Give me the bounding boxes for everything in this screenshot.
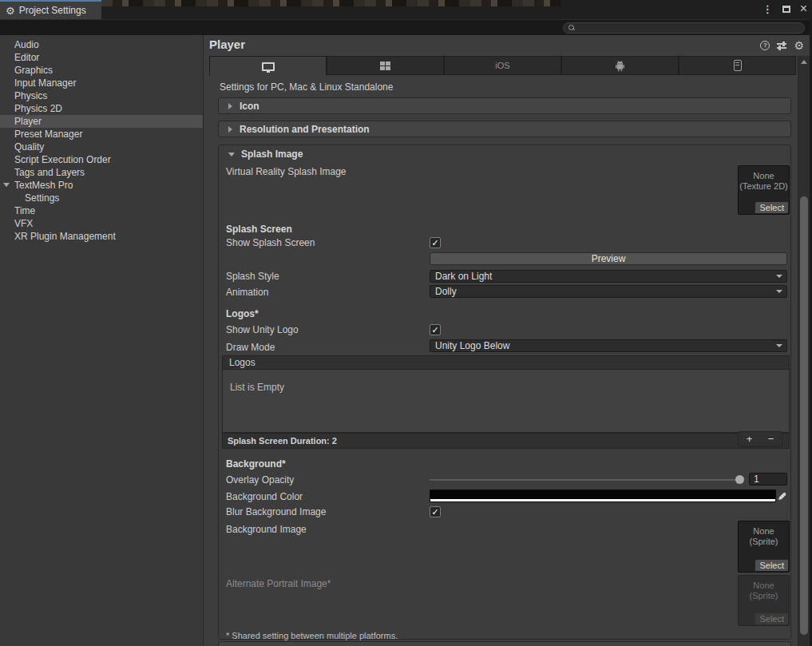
search-input[interactable]	[563, 22, 805, 34]
tab-standalone[interactable]	[209, 56, 327, 76]
tab-title: Project Settings	[19, 5, 86, 16]
sidebar-item-label: Player	[14, 116, 42, 127]
background-image-label: Background Image	[226, 524, 307, 535]
foldout-expanded-icon[interactable]	[3, 183, 10, 187]
sidebar-item-player[interactable]: Player	[0, 115, 203, 128]
foldout-expanded-icon	[228, 153, 235, 157]
kebab-menu-icon[interactable]: ⋮	[762, 3, 773, 15]
sidebar-item-input-manager[interactable]: Input Manager	[0, 77, 203, 89]
gear-icon[interactable]: ⚙	[794, 40, 804, 51]
sidebar-item-physics-2d[interactable]: Physics 2D	[0, 102, 203, 115]
project-settings-tab[interactable]: ⚙ Project Settings	[0, 0, 101, 19]
sidebar-item-preset-manager[interactable]: Preset Manager	[0, 128, 203, 141]
overlay-opacity-slider[interactable]	[430, 479, 740, 481]
sidebar-item-graphics[interactable]: Graphics	[0, 64, 203, 77]
sidebar-item-label: Input Manager	[14, 77, 76, 89]
overlay-opacity-label: Overlay Opacity	[226, 474, 294, 485]
logos-group-label: Logos*	[226, 308, 259, 319]
show-splash-label: Show Splash Screen	[226, 237, 315, 248]
sidebar-item-tags-and-layers[interactable]: Tags and Layers	[0, 166, 203, 179]
background-color-swatch[interactable]	[430, 489, 776, 502]
select-button[interactable]: Select	[755, 560, 788, 571]
sidebar-item-label: VFX	[14, 218, 33, 229]
sidebar-item-xr-plugin-management[interactable]: XR Plugin Management	[0, 230, 203, 243]
tab-tvos[interactable]	[679, 56, 796, 75]
dropdown-value: Dolly	[435, 286, 457, 297]
chevron-down-icon	[776, 275, 782, 278]
sidebar-item-vfx[interactable]: VFX	[0, 217, 203, 230]
sidebar-item-label: Quality	[14, 141, 44, 153]
section-splash-image: Splash Image Virtual Reality Splash Imag…	[218, 145, 791, 640]
sidebar-item-label: Physics 2D	[14, 103, 62, 114]
android-icon	[614, 60, 626, 72]
preview-button[interactable]: Preview	[430, 252, 787, 265]
logos-list: Logos List is Empty Splash Screen Durati…	[222, 355, 790, 449]
close-icon[interactable]: ×	[800, 2, 807, 15]
splash-duration-label: Splash Screen Duration: 2	[228, 436, 337, 446]
sidebar-item-script-execution-order[interactable]: Script Execution Order	[0, 153, 203, 166]
sidebar-item-label: Tags and Layers	[14, 167, 85, 178]
sidebar-item-editor[interactable]: Editor	[0, 51, 203, 64]
sidebar-item-label: Time	[14, 205, 35, 216]
add-logo-button[interactable]: +	[747, 432, 753, 446]
scroll-up-arrow-icon[interactable]	[801, 60, 807, 64]
object-none-line1: None	[739, 171, 789, 181]
sidebar-item-time[interactable]: Time	[0, 204, 203, 217]
select-button[interactable]: Select	[755, 202, 788, 213]
section-label: Splash Image	[241, 149, 303, 160]
foldout-collapsed-icon	[228, 103, 232, 109]
presets-icon[interactable]	[777, 42, 786, 50]
background-image-object-field[interactable]: None (Sprite) Select	[738, 521, 790, 573]
draw-mode-dropdown[interactable]: Unity Logo Below	[430, 339, 787, 352]
logos-list-body[interactable]	[222, 370, 790, 433]
show-splash-checkbox[interactable]: ✓	[430, 237, 441, 248]
animation-label: Animation	[226, 287, 268, 298]
splash-style-label: Splash Style	[226, 271, 279, 282]
sidebar-item-label: Preset Manager	[14, 129, 82, 140]
object-none-line2: (Sprite)	[739, 537, 789, 547]
toolbar	[0, 19, 812, 35]
monitor-icon	[262, 62, 275, 71]
draw-mode-label: Draw Mode	[226, 342, 275, 353]
animation-dropdown[interactable]: Dolly	[430, 285, 787, 298]
eyedropper-icon[interactable]	[778, 491, 787, 501]
dropdown-value: Dark on Light	[435, 271, 492, 282]
sidebar-item-label: Graphics	[14, 65, 53, 76]
remove-logo-button[interactable]: −	[768, 432, 774, 446]
chevron-down-icon	[776, 344, 782, 347]
overlay-opacity-value[interactable]: 1	[749, 473, 787, 485]
background-group-label: Background*	[226, 458, 286, 470]
logos-list-header: Logos	[222, 355, 790, 370]
settings-sidebar: Audio Editor Graphics Input Manager Phys…	[0, 35, 204, 646]
slider-thumb[interactable]	[735, 475, 744, 484]
splash-style-dropdown[interactable]: Dark on Light	[430, 270, 787, 283]
tab-windows[interactable]	[327, 56, 444, 75]
scrollbar-thumb[interactable]	[800, 196, 808, 635]
sidebar-item-physics[interactable]: Physics	[0, 89, 203, 102]
logos-list-empty-text: List is Empty	[230, 382, 284, 393]
vr-splash-object-field[interactable]: None (Texture 2D) Select	[738, 165, 790, 215]
help-icon[interactable]: ?	[760, 41, 770, 50]
vertical-scrollbar[interactable]	[798, 56, 810, 646]
maximize-icon[interactable]	[782, 6, 790, 13]
sidebar-item-audio[interactable]: Audio	[0, 38, 203, 51]
sidebar-item-label: Script Execution Order	[14, 154, 111, 165]
sidebar-item-quality[interactable]: Quality	[0, 141, 203, 153]
next-section-bar[interactable]	[218, 641, 791, 646]
blur-background-label: Blur Background Image	[226, 506, 326, 517]
tab-android[interactable]	[561, 56, 679, 75]
sidebar-item-textmesh-pro[interactable]: TextMesh Pro	[0, 179, 203, 192]
alternate-portrait-label: Alternate Portrait Image*	[226, 578, 331, 589]
sidebar-item-tmp-settings[interactable]: Settings	[0, 192, 203, 204]
section-resolution[interactable]: Resolution and Presentation	[218, 121, 791, 137]
sidebar-item-label: TextMesh Pro	[14, 180, 73, 191]
platform-tabstrip: iOS	[204, 56, 812, 75]
show-unity-logo-checkbox[interactable]: ✓	[430, 324, 441, 335]
platform-note: Settings for PC, Mac & Linux Standalone	[220, 81, 393, 93]
select-button: Select	[755, 613, 788, 624]
section-icon[interactable]: Icon	[218, 97, 791, 114]
tab-ios[interactable]: iOS	[444, 56, 561, 75]
blur-background-checkbox[interactable]: ✓	[430, 506, 441, 517]
foldout-collapsed-icon	[228, 126, 232, 133]
splash-section-header[interactable]: Splash Image	[228, 149, 303, 160]
